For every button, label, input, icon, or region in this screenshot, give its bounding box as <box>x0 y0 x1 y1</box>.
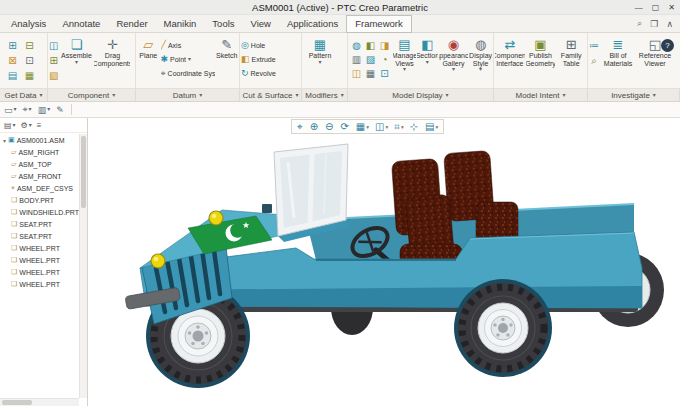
tree-item[interactable]: ❏ WHEEL.PRT <box>0 254 79 266</box>
filter-tool-button[interactable]: ▭▾ <box>4 105 17 115</box>
filter-tool-button[interactable]: ⌖▾ <box>23 104 32 115</box>
help-button[interactable]: ? <box>661 39 674 52</box>
get-data-tool-icon[interactable]: ⊟ <box>22 39 37 52</box>
get-data-tool-icon[interactable]: ▤ <box>5 69 20 82</box>
tab-annotate[interactable]: Annotate <box>54 16 108 32</box>
tree-item[interactable]: ⌖ ASM_DEF_CSYS <box>0 182 79 194</box>
tab-analysis[interactable]: Analysis <box>3 16 54 32</box>
tree-item[interactable]: ❏ WHEEL.PRT <box>0 278 79 290</box>
group-label-model-display[interactable]: Model Display▾ <box>348 89 494 101</box>
tree-vertical-scrollbar[interactable] <box>79 134 87 398</box>
graphics-viewport[interactable]: ⌖ ⊕ ⊖ ⟳ ▦▾ ◫▾ ⌗▾ ⊹ <box>88 118 680 406</box>
tree-item[interactable]: ▱ ASM_RIGHT <box>0 146 79 158</box>
component-interface-button[interactable]: ⇄ Component Interface <box>495 35 525 87</box>
model-display-tool-icon[interactable]: ▥ <box>350 53 363 66</box>
tree-item[interactable]: ❏ BODY.PRT <box>0 194 79 206</box>
extrude-button[interactable]: ◧ Extrude <box>241 53 276 65</box>
wheel-rear[interactable] <box>458 283 548 373</box>
tree-toolbar-icon[interactable]: ▤▾ <box>4 121 16 130</box>
scrollbar-thumb[interactable] <box>2 400 32 405</box>
axis-button[interactable]: ╱ Axis <box>161 39 215 51</box>
bill-of-materials-button[interactable]: ≣ Bill of Materials <box>600 35 636 87</box>
investigate-tool-icon[interactable]: ⌕ <box>589 54 599 67</box>
tree-item[interactable]: ❏ WHEEL.PRT <box>0 266 79 278</box>
minimize-button[interactable]: — <box>635 3 643 12</box>
tab-tools[interactable]: Tools <box>204 16 242 32</box>
tree-horizontal-scrollbar[interactable] <box>0 398 79 406</box>
tree-item[interactable]: ▱ ASM_TOP <box>0 158 79 170</box>
appearance-gallery-button[interactable]: ◉ Appearance Gallery ▾ <box>439 35 468 87</box>
group-label-component[interactable]: Component▾ <box>48 89 136 101</box>
scrollbar-thumb[interactable] <box>81 136 86 208</box>
graphics-tool-button[interactable]: ▦▾ <box>356 121 369 132</box>
group-label-get-data[interactable]: Get Data▾ <box>0 89 48 101</box>
tree-item[interactable]: ❏ SEAT.PRT <box>0 230 79 242</box>
jeep-3d-model[interactable] <box>88 118 680 406</box>
get-data-tool-icon[interactable]: ⊡ <box>22 54 37 67</box>
model-display-tool-icon[interactable]: ▦ <box>364 67 377 80</box>
component-tool-icon[interactable]: ⊞ <box>49 54 58 67</box>
tree-toolbar-icon[interactable]: ⚙▾ <box>21 121 32 130</box>
model-display-tool-icon[interactable]: ◔ <box>378 53 391 66</box>
flag-decal[interactable] <box>188 216 272 254</box>
graphics-tool-button[interactable]: ▤▾ <box>425 121 438 132</box>
display-style-button[interactable]: ◍ Display Style ▾ <box>469 35 492 87</box>
group-label-modifiers[interactable]: Modifiers▾ <box>302 89 348 101</box>
get-data-tool-icon[interactable]: ⊠ <box>5 54 20 67</box>
group-label-model-intent[interactable]: Model Intent▾ <box>494 89 588 101</box>
model-display-tool-icon[interactable]: ◫ <box>350 67 363 80</box>
tab-framework[interactable]: Framework <box>346 15 412 33</box>
model-display-tool-icon[interactable]: ⊡ <box>378 67 391 80</box>
restore-button[interactable]: ▢ <box>652 3 660 12</box>
graphics-tool-button[interactable]: ⊹ <box>410 121 419 132</box>
assemble-button[interactable]: ❏ Assemble ▾ <box>59 35 93 87</box>
plane-button[interactable]: ▱ Plane <box>137 35 160 87</box>
search-icon[interactable]: ⌕ <box>637 18 642 29</box>
graphics-tool-button[interactable]: ⊖ <box>325 121 334 132</box>
graphics-tool-button[interactable]: ⌗▾ <box>394 121 403 133</box>
tree-item[interactable]: ▱ ASM_FRONT <box>0 170 79 182</box>
revolve-button[interactable]: ↻ Revolve <box>241 67 276 79</box>
tab-applications[interactable]: Applications <box>279 16 346 32</box>
tab-manikin[interactable]: Manikin <box>156 16 205 32</box>
group-label-investigate[interactable]: Investigate▾ <box>588 89 680 101</box>
tree-toolbar-icon[interactable]: ≡ <box>37 121 43 130</box>
graphics-tool-button[interactable]: ◫▾ <box>375 121 388 132</box>
tab-render[interactable]: Render <box>108 16 155 32</box>
tab-view[interactable]: View <box>243 16 279 32</box>
collapse-ribbon-icon[interactable]: ∧ <box>666 19 673 29</box>
publish-geometry-button[interactable]: ▣ Publish Geometry <box>526 35 556 87</box>
investigate-tool-icon[interactable]: ≔ <box>589 39 599 52</box>
pattern-button[interactable]: ▦ Pattern ▾ <box>303 35 337 87</box>
side-mirror[interactable] <box>262 204 272 213</box>
model-display-tool-icon[interactable]: ▨ <box>364 53 377 66</box>
get-data-tool-icon[interactable]: ▦ <box>22 69 37 82</box>
graphics-tool-button[interactable]: ⌖ <box>297 121 304 133</box>
hole-button[interactable]: ◎ Hole <box>241 39 276 51</box>
group-label-datum[interactable]: Datum▾ <box>136 89 240 101</box>
manage-views-button[interactable]: ▤ Manage Views ▾ <box>393 35 416 87</box>
graphics-tool-button[interactable]: ⟳ <box>340 121 349 132</box>
component-tool-icon[interactable]: ◫ <box>49 39 58 52</box>
group-label-cut-surface[interactable]: Cut & Surface▾ <box>240 89 302 101</box>
point-button[interactable]: ✱ Point ▾ <box>161 53 215 65</box>
filter-tool-button[interactable]: ▥▾ <box>38 105 51 115</box>
drag-components-button[interactable]: ✛ Drag Components <box>94 35 130 87</box>
windows-icon[interactable]: ❐ <box>650 19 658 29</box>
family-table-button[interactable]: ⊞ Family Table <box>556 35 586 87</box>
tree-item[interactable]: ❏ SEAT.PRT <box>0 218 79 230</box>
get-data-tool-icon[interactable]: ⊞ <box>5 39 20 52</box>
filter-tool-button[interactable]: ✎ <box>56 105 65 115</box>
section-button[interactable]: ◧ Section ▾ <box>417 35 438 87</box>
close-button[interactable]: ✕ <box>668 3 675 12</box>
model-display-tool-icon[interactable]: ◍ <box>350 39 363 52</box>
tree-item[interactable]: ❏ WINDSHIELD.PRT <box>0 206 79 218</box>
component-tool-icon[interactable]: ▧ <box>49 69 58 82</box>
model-display-tool-icon[interactable]: ◨ <box>378 39 391 52</box>
graphics-tool-button[interactable]: ⊕ <box>310 121 319 132</box>
model-display-tool-icon[interactable]: ◧ <box>364 39 377 52</box>
expand-icon[interactable]: ▾ <box>3 137 6 144</box>
coordinate-system-button[interactable]: ⌖ Coordinate System <box>161 67 215 79</box>
sketch-button[interactable]: ✎ Sketch <box>216 35 239 87</box>
tree-root-item[interactable]: ▾ ▣ ASM0001.ASM <box>0 134 79 146</box>
